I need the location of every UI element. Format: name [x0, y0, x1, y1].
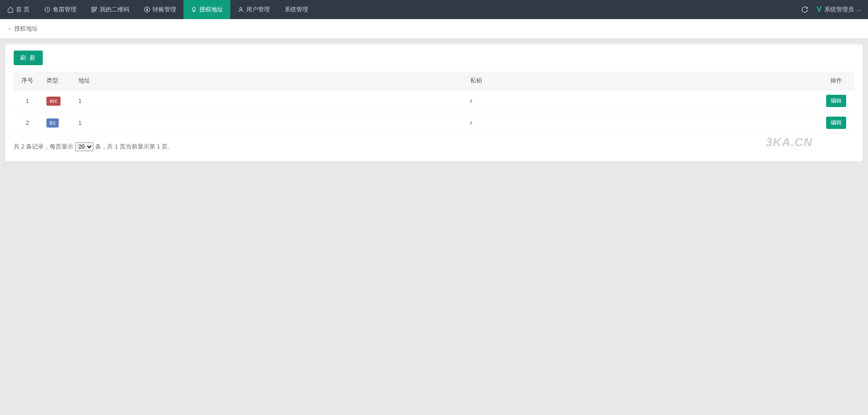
- nav-item-1[interactable]: 鱼苗管理: [37, 0, 84, 19]
- pager-text-post: 条，共 1 页当前显示第 1 页。: [95, 143, 173, 151]
- type-tag: erc: [46, 97, 61, 106]
- nav-item-2[interactable]: 我的二维码: [84, 0, 137, 19]
- user-menu[interactable]: V 系统管理员 ︿: [817, 5, 862, 14]
- yen-icon: [144, 6, 150, 13]
- type-tag: trc: [46, 118, 59, 128]
- breadcrumb: » 授权地址: [0, 19, 868, 39]
- bulb-icon: [191, 6, 197, 13]
- nav-label: 鱼苗管理: [53, 5, 76, 14]
- breadcrumb-current: 授权地址: [14, 25, 38, 33]
- cell-addr: 1: [73, 90, 465, 112]
- nav-item-6[interactable]: 系统管理: [277, 0, 315, 19]
- cell-addr: 1: [73, 112, 465, 134]
- nav-label: 用户管理: [246, 5, 270, 14]
- cell-seq: 1: [14, 90, 41, 112]
- pagination: 共 2 条记录，每页显示 20 条，共 1 页当前显示第 1 页。: [14, 142, 854, 151]
- cell-seq: 2: [14, 112, 41, 134]
- table-row: 1erc1r编辑: [14, 90, 854, 112]
- svg-rect-2: [95, 7, 96, 9]
- col-op: 操作: [818, 72, 854, 90]
- breadcrumb-arrow-icon: »: [8, 26, 11, 32]
- data-table: 序号 类型 地址 私钥 操作 1erc1r编辑2trc1r编辑: [14, 72, 854, 134]
- nav-label: 系统管理: [284, 5, 308, 14]
- cell-pk: r: [465, 112, 818, 134]
- user-icon: [238, 6, 244, 13]
- qrcode-icon: [91, 6, 97, 13]
- main-nav: 首 页鱼苗管理我的二维码转账管理授权地址用户管理系统管理: [0, 0, 801, 19]
- clock-icon: [44, 6, 51, 13]
- cell-type: trc: [41, 112, 73, 134]
- edit-button[interactable]: 编辑: [826, 95, 846, 107]
- table-row: 2trc1r编辑: [14, 112, 854, 134]
- col-addr: 地址: [73, 72, 465, 90]
- nav-label: 我的二维码: [100, 5, 129, 14]
- pager-text-pre: 共 2 条记录，每页显示: [14, 143, 73, 151]
- chevron-up-icon: ︿: [857, 6, 862, 13]
- home-icon: [7, 6, 14, 13]
- top-right: V 系统管理员 ︿: [801, 0, 868, 19]
- cell-op: 编辑: [818, 90, 854, 112]
- refresh-button[interactable]: 刷 新: [14, 51, 43, 65]
- nav-item-4[interactable]: 授权地址: [183, 0, 230, 19]
- edit-button[interactable]: 编辑: [826, 117, 846, 129]
- svg-point-5: [239, 7, 242, 10]
- v-badge-icon: V: [817, 5, 822, 14]
- table-header-row: 序号 类型 地址 私钥 操作: [14, 72, 854, 90]
- nav-item-0[interactable]: 首 页: [0, 0, 37, 19]
- svg-rect-1: [91, 7, 93, 9]
- col-seq: 序号: [14, 72, 41, 90]
- reload-icon[interactable]: [801, 6, 808, 13]
- nav-label: 转账管理: [152, 5, 176, 14]
- top-navbar: 首 页鱼苗管理我的二维码转账管理授权地址用户管理系统管理 V 系统管理员 ︿: [0, 0, 868, 19]
- nav-item-5[interactable]: 用户管理: [230, 0, 277, 19]
- nav-label: 首 页: [16, 5, 30, 14]
- content-card: 刷 新 序号 类型 地址 私钥 操作 1erc1r编辑2trc1r编辑 共 2 …: [5, 44, 863, 161]
- cell-pk: r: [465, 90, 818, 112]
- col-pk: 私钥: [465, 72, 818, 90]
- user-name: 系统管理员: [824, 5, 854, 14]
- page-size-select[interactable]: 20: [75, 142, 93, 151]
- cell-type: erc: [41, 90, 73, 112]
- col-type: 类型: [41, 72, 73, 90]
- nav-label: 授权地址: [199, 5, 223, 14]
- nav-item-3[interactable]: 转账管理: [137, 0, 183, 19]
- cell-op: 编辑: [818, 112, 854, 134]
- svg-rect-3: [91, 10, 93, 12]
